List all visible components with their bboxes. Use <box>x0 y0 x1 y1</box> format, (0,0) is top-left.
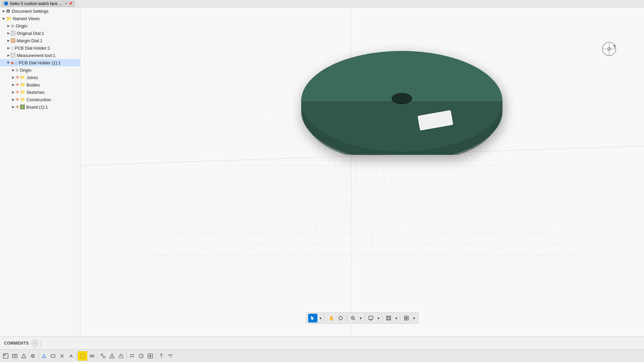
component-icon <box>11 31 15 36</box>
select-tool-btn[interactable] <box>308 314 318 322</box>
divider <box>41 339 41 347</box>
select-dropdown-btn[interactable]: ▾ <box>318 314 323 322</box>
toolbar-btn-17[interactable] <box>157 351 166 361</box>
expand-arrow: ▶ <box>6 23 11 28</box>
tab-icon: 🔵 <box>4 1 8 6</box>
toolbar-btn-2[interactable] <box>10 351 19 361</box>
tb-sep <box>76 353 77 359</box>
eye-icon: 👁 <box>15 75 19 80</box>
origin-icon: ⊕ <box>11 23 14 28</box>
toolbar-btn-10[interactable] <box>88 351 96 361</box>
toolbar-btn-3[interactable] <box>19 351 28 361</box>
component-icon <box>11 53 15 58</box>
expand-arrow: ▶ <box>1 16 6 21</box>
expand-arrow: ▶ <box>11 105 15 109</box>
svg-rect-52 <box>119 356 123 358</box>
display-dropdown-btn[interactable]: ▾ <box>376 314 381 322</box>
toolbar-btn-12[interactable] <box>108 351 116 361</box>
zoom-dropdown-btn[interactable]: ▾ <box>359 314 363 322</box>
svg-rect-38 <box>51 355 55 357</box>
expand-arrow: ▶ <box>11 97 15 102</box>
part-icon: ◻ <box>11 46 13 50</box>
named-views-label: Named Views <box>13 16 40 21</box>
disc-svg <box>298 48 513 155</box>
toolbar-btn-9[interactable] <box>78 351 87 361</box>
toolbar-btn-7[interactable] <box>58 351 66 361</box>
nav-cube-svg <box>601 41 617 57</box>
display-btn[interactable] <box>366 314 376 322</box>
sketches-item[interactable]: ▶ 👁 📁 Sketches <box>0 88 80 96</box>
joints-item[interactable]: ▶ 👁 📁 Joints <box>0 74 80 81</box>
pcb-dial-holder-item[interactable]: ▶ ◻ PCB Dial Holder:1 <box>0 44 80 52</box>
sketches-label: Sketches <box>26 90 44 95</box>
svg-text:✋: ✋ <box>329 315 333 321</box>
folder-icon: 📁 <box>6 16 11 21</box>
svg-rect-45 <box>101 354 103 356</box>
toolbar-separator <box>324 315 325 321</box>
svg-rect-28 <box>407 318 409 320</box>
zoom-tool-btn[interactable] <box>348 314 358 322</box>
toolbar-btn-15[interactable] <box>137 351 146 361</box>
original-dial-label: Original Dial:1 <box>17 31 44 36</box>
bottom-toolbar <box>0 349 644 362</box>
tb-sep <box>97 353 98 359</box>
toolbar-btn-8[interactable] <box>67 351 75 361</box>
original-dial-item[interactable]: ▶ Original Dial:1 <box>0 29 80 37</box>
eye-icon: 👁 <box>15 90 19 95</box>
origin-item[interactable]: ▶ ⊕ Origin <box>0 22 80 29</box>
document-settings-label: Document Settings <box>12 9 49 14</box>
toolbar-separator <box>382 315 383 321</box>
grid-dropdown-btn[interactable]: ▾ <box>394 314 399 322</box>
toolbar-btn-11[interactable] <box>99 351 107 361</box>
toolbar-btn-18[interactable] <box>166 351 175 361</box>
expand-arrow: ▶ <box>6 46 11 50</box>
expand-arrow: ▶ <box>11 68 15 72</box>
eye-icon: 👁 <box>15 97 19 102</box>
part-icon: ◻ <box>15 61 17 65</box>
view-btn[interactable] <box>402 314 411 322</box>
comments-bar: COMMENTS + <box>0 337 644 349</box>
nav-cube[interactable] <box>601 41 617 57</box>
pcb-dial-holder-label: PCB Dial Holder:1 <box>15 46 50 51</box>
orbit-tool-btn[interactable] <box>336 314 345 322</box>
document-tab[interactable]: 🔵 Seiko 5 custom watch face ... × 📌 <box>1 1 75 7</box>
viewport[interactable]: ▾ ✋ ▾ ▾ <box>80 7 644 337</box>
named-views-item[interactable]: ▶ 📁 Named Views <box>0 15 80 22</box>
margin-dial-label: Margin Dial:1 <box>17 38 43 43</box>
toolbar-separator <box>365 315 365 321</box>
svg-rect-54 <box>148 354 150 356</box>
pcb-dial-holder-asm-item[interactable]: ▶ ◉ ◻ PCB Dial Holder (1):1 <box>0 59 80 66</box>
svg-rect-56 <box>148 356 150 358</box>
svg-rect-26 <box>407 316 409 318</box>
expand-arrow: ▶ <box>6 60 11 65</box>
view-dropdown-btn[interactable]: ▾ <box>412 314 417 322</box>
margin-dial-item[interactable]: ▶ Margin Dial:1 <box>0 37 80 44</box>
folder-icon: 📁 <box>20 75 25 80</box>
comments-label: COMMENTS <box>4 341 29 346</box>
toolbar-btn-6[interactable] <box>49 351 57 361</box>
add-comment-btn[interactable]: + <box>32 340 38 347</box>
origin-sub-icon: ⊕ <box>15 68 18 72</box>
toolbar-separator <box>347 315 347 321</box>
pan-tool-btn[interactable]: ✋ <box>326 314 335 322</box>
document-settings-item[interactable]: ▶ ⚙ Document Settings <box>0 7 80 15</box>
bodies-item[interactable]: ▶ 👁 📁 Bodies <box>0 81 80 88</box>
svg-rect-46 <box>103 356 105 358</box>
board-item[interactable]: ▶ 👁 Board (1):1 <box>0 103 80 111</box>
toolbar-btn-16[interactable] <box>146 351 155 361</box>
origin-sub-item[interactable]: ▶ ⊕ Origin <box>0 66 80 74</box>
construction-item[interactable]: ▶ 👁 📁 Construction <box>0 96 80 103</box>
grid-btn[interactable] <box>384 314 393 322</box>
tab-close-icon[interactable]: × <box>65 1 67 6</box>
toolbar-btn-5[interactable] <box>40 351 48 361</box>
expand-arrow: ▶ <box>11 90 15 95</box>
svg-point-51 <box>112 357 112 358</box>
toolbar-btn-4[interactable] <box>29 351 37 361</box>
toolbar-btn-13[interactable] <box>117 351 125 361</box>
toolbar-btn-1[interactable] <box>1 351 10 361</box>
measurement-tool-item[interactable]: ▶ Measurement tool:1 <box>0 52 80 59</box>
tab-pin-icon[interactable]: 📌 <box>68 2 72 5</box>
construction-label: Construction <box>26 97 51 102</box>
toolbar-btn-14[interactable] <box>128 351 137 361</box>
origin-sub-label: Origin <box>20 68 32 73</box>
